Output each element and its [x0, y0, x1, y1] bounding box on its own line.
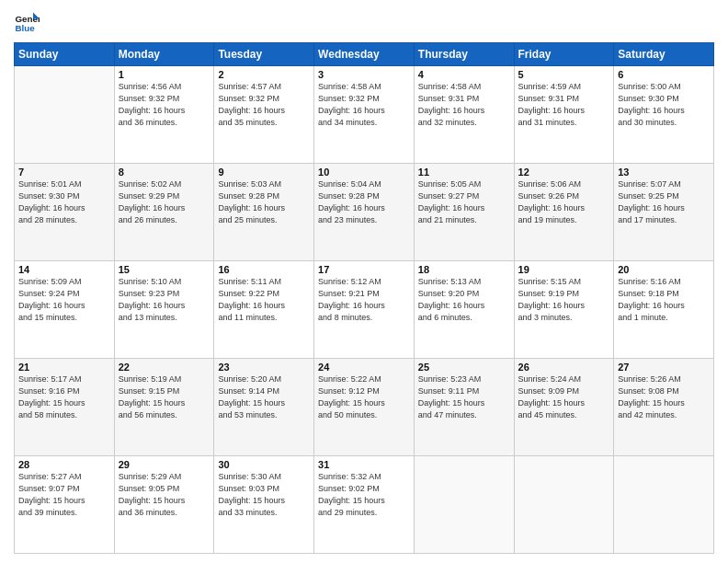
day-info: Sunrise: 5:22 AM Sunset: 9:12 PM Dayligh…	[318, 373, 410, 421]
day-info: Sunrise: 5:04 AM Sunset: 9:28 PM Dayligh…	[318, 178, 410, 226]
day-number: 27	[618, 362, 710, 373]
day-number: 7	[18, 167, 110, 178]
day-number: 5	[518, 69, 610, 80]
day-info: Sunrise: 5:02 AM Sunset: 9:29 PM Dayligh…	[119, 178, 210, 226]
calendar-cell: 28Sunrise: 5:27 AM Sunset: 9:07 PM Dayli…	[15, 456, 115, 554]
day-info: Sunrise: 4:58 AM Sunset: 9:31 PM Dayligh…	[418, 81, 510, 129]
day-number: 29	[119, 459, 210, 470]
day-number: 10	[318, 167, 410, 178]
calendar-cell: 31Sunrise: 5:32 AM Sunset: 9:02 PM Dayli…	[314, 456, 415, 554]
day-number: 11	[418, 167, 510, 178]
day-number: 20	[618, 264, 710, 275]
calendar-cell: 10Sunrise: 5:04 AM Sunset: 9:28 PM Dayli…	[314, 164, 415, 261]
day-number: 24	[318, 362, 410, 373]
day-number: 17	[318, 264, 410, 275]
day-info: Sunrise: 4:59 AM Sunset: 9:31 PM Dayligh…	[518, 81, 610, 129]
calendar-cell: 3Sunrise: 4:58 AM Sunset: 9:32 PM Daylig…	[314, 66, 415, 164]
weekday-header-saturday: Saturday	[614, 43, 714, 66]
day-number: 22	[119, 362, 210, 373]
day-number: 31	[318, 459, 410, 470]
header: General Blue	[14, 9, 714, 35]
day-info: Sunrise: 5:19 AM Sunset: 9:15 PM Dayligh…	[119, 373, 210, 421]
day-number: 15	[119, 264, 210, 275]
logo-icon: General Blue	[14, 9, 40, 35]
day-info: Sunrise: 5:05 AM Sunset: 9:27 PM Dayligh…	[418, 178, 510, 226]
weekday-header-friday: Friday	[514, 43, 614, 66]
calendar-cell: 8Sunrise: 5:02 AM Sunset: 9:29 PM Daylig…	[114, 164, 214, 261]
calendar-week-row-3: 14Sunrise: 5:09 AM Sunset: 9:24 PM Dayli…	[15, 261, 714, 359]
day-info: Sunrise: 5:16 AM Sunset: 9:18 PM Dayligh…	[618, 276, 710, 324]
day-info: Sunrise: 4:58 AM Sunset: 9:32 PM Dayligh…	[318, 81, 410, 129]
day-info: Sunrise: 5:01 AM Sunset: 9:30 PM Dayligh…	[18, 178, 110, 226]
calendar-cell: 27Sunrise: 5:26 AM Sunset: 9:08 PM Dayli…	[614, 359, 714, 456]
day-info: Sunrise: 5:09 AM Sunset: 9:24 PM Dayligh…	[18, 276, 110, 324]
day-info: Sunrise: 5:29 AM Sunset: 9:05 PM Dayligh…	[119, 471, 210, 519]
calendar-table: SundayMondayTuesdayWednesdayThursdayFrid…	[14, 42, 714, 554]
calendar-cell: 30Sunrise: 5:30 AM Sunset: 9:03 PM Dayli…	[214, 456, 314, 554]
day-info: Sunrise: 5:15 AM Sunset: 9:19 PM Dayligh…	[518, 276, 610, 324]
calendar-cell: 9Sunrise: 5:03 AM Sunset: 9:28 PM Daylig…	[214, 164, 314, 261]
day-number: 28	[18, 459, 110, 470]
calendar-cell: 15Sunrise: 5:10 AM Sunset: 9:23 PM Dayli…	[114, 261, 214, 359]
calendar-week-row-2: 7Sunrise: 5:01 AM Sunset: 9:30 PM Daylig…	[15, 164, 714, 261]
weekday-header-sunday: Sunday	[15, 43, 115, 66]
day-number: 25	[418, 362, 510, 373]
calendar-cell: 13Sunrise: 5:07 AM Sunset: 9:25 PM Dayli…	[614, 164, 714, 261]
day-info: Sunrise: 4:57 AM Sunset: 9:32 PM Dayligh…	[218, 81, 310, 129]
day-number: 3	[318, 69, 410, 80]
day-number: 16	[218, 264, 310, 275]
day-info: Sunrise: 5:10 AM Sunset: 9:23 PM Dayligh…	[119, 276, 210, 324]
svg-text:Blue: Blue	[15, 23, 35, 33]
calendar-cell: 26Sunrise: 5:24 AM Sunset: 9:09 PM Dayli…	[514, 359, 614, 456]
day-number: 2	[218, 69, 310, 80]
weekday-header-thursday: Thursday	[414, 43, 514, 66]
day-info: Sunrise: 5:23 AM Sunset: 9:11 PM Dayligh…	[418, 373, 510, 421]
day-number: 21	[18, 362, 110, 373]
weekday-header-row: SundayMondayTuesdayWednesdayThursdayFrid…	[15, 43, 714, 66]
calendar-week-row-5: 28Sunrise: 5:27 AM Sunset: 9:07 PM Dayli…	[15, 456, 714, 554]
calendar-cell: 20Sunrise: 5:16 AM Sunset: 9:18 PM Dayli…	[614, 261, 714, 359]
calendar-cell: 18Sunrise: 5:13 AM Sunset: 9:20 PM Dayli…	[414, 261, 514, 359]
calendar-cell	[514, 456, 614, 554]
day-number: 13	[618, 167, 710, 178]
calendar-cell: 2Sunrise: 4:57 AM Sunset: 9:32 PM Daylig…	[214, 66, 314, 164]
page: General Blue SundayMondayTuesdayWednesda…	[0, 0, 728, 563]
logo: General Blue	[14, 9, 40, 35]
day-number: 1	[119, 69, 210, 80]
calendar-cell: 12Sunrise: 5:06 AM Sunset: 9:26 PM Dayli…	[514, 164, 614, 261]
day-number: 4	[418, 69, 510, 80]
day-number: 8	[119, 167, 210, 178]
day-info: Sunrise: 5:13 AM Sunset: 9:20 PM Dayligh…	[418, 276, 510, 324]
day-info: Sunrise: 5:17 AM Sunset: 9:16 PM Dayligh…	[18, 373, 110, 421]
day-number: 19	[518, 264, 610, 275]
weekday-header-monday: Monday	[114, 43, 214, 66]
day-number: 30	[218, 459, 310, 470]
day-number: 12	[518, 167, 610, 178]
calendar-cell: 5Sunrise: 4:59 AM Sunset: 9:31 PM Daylig…	[514, 66, 614, 164]
calendar-cell: 22Sunrise: 5:19 AM Sunset: 9:15 PM Dayli…	[114, 359, 214, 456]
day-info: Sunrise: 5:11 AM Sunset: 9:22 PM Dayligh…	[218, 276, 310, 324]
calendar-cell: 4Sunrise: 4:58 AM Sunset: 9:31 PM Daylig…	[414, 66, 514, 164]
calendar-cell: 29Sunrise: 5:29 AM Sunset: 9:05 PM Dayli…	[114, 456, 214, 554]
calendar-cell: 1Sunrise: 4:56 AM Sunset: 9:32 PM Daylig…	[114, 66, 214, 164]
calendar-cell	[614, 456, 714, 554]
day-info: Sunrise: 5:20 AM Sunset: 9:14 PM Dayligh…	[218, 373, 310, 421]
calendar-cell: 24Sunrise: 5:22 AM Sunset: 9:12 PM Dayli…	[314, 359, 415, 456]
day-number: 18	[418, 264, 510, 275]
calendar-cell: 11Sunrise: 5:05 AM Sunset: 9:27 PM Dayli…	[414, 164, 514, 261]
calendar-cell: 14Sunrise: 5:09 AM Sunset: 9:24 PM Dayli…	[15, 261, 115, 359]
day-number: 6	[618, 69, 710, 80]
day-info: Sunrise: 5:26 AM Sunset: 9:08 PM Dayligh…	[618, 373, 710, 421]
calendar-cell	[414, 456, 514, 554]
day-info: Sunrise: 5:07 AM Sunset: 9:25 PM Dayligh…	[618, 178, 710, 226]
day-info: Sunrise: 4:56 AM Sunset: 9:32 PM Dayligh…	[119, 81, 210, 129]
calendar-cell: 17Sunrise: 5:12 AM Sunset: 9:21 PM Dayli…	[314, 261, 415, 359]
day-info: Sunrise: 5:30 AM Sunset: 9:03 PM Dayligh…	[218, 471, 310, 519]
calendar-cell: 7Sunrise: 5:01 AM Sunset: 9:30 PM Daylig…	[15, 164, 115, 261]
calendar-cell: 23Sunrise: 5:20 AM Sunset: 9:14 PM Dayli…	[214, 359, 314, 456]
day-number: 26	[518, 362, 610, 373]
calendar-cell	[15, 66, 115, 164]
calendar-week-row-4: 21Sunrise: 5:17 AM Sunset: 9:16 PM Dayli…	[15, 359, 714, 456]
day-info: Sunrise: 5:12 AM Sunset: 9:21 PM Dayligh…	[318, 276, 410, 324]
weekday-header-wednesday: Wednesday	[314, 43, 415, 66]
